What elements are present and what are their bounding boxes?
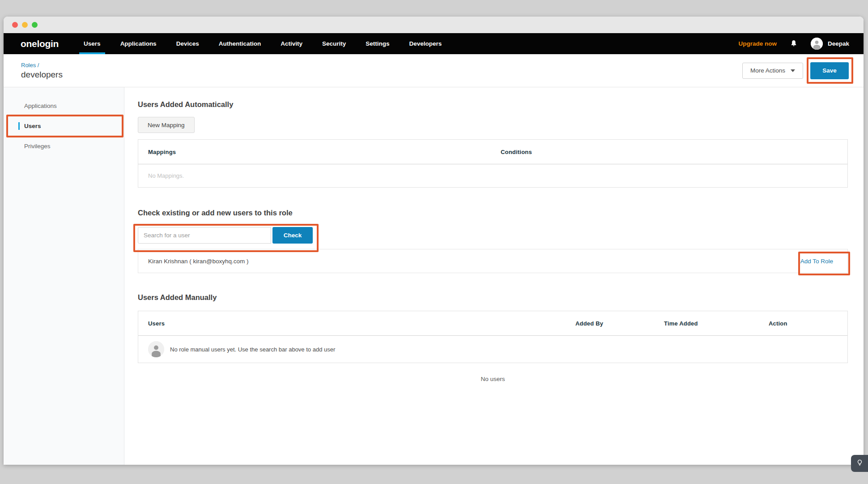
main-panel: Users Added Automatically New Mapping Ma… <box>124 87 864 465</box>
account-menu[interactable]: Deepak <box>811 38 849 50</box>
sidebar-item-users[interactable]: Users <box>4 116 124 136</box>
section-title-users-added-manually: Users Added Manually <box>138 293 848 302</box>
window-titlebar <box>4 17 864 33</box>
new-mapping-button[interactable]: New Mapping <box>138 117 195 133</box>
user-avatar-icon <box>811 38 823 50</box>
column-header-added-by: Added By <box>575 320 664 327</box>
column-header-users: Users <box>138 320 575 327</box>
breadcrumb-roles-link[interactable]: Roles / <box>21 62 63 69</box>
zoom-window-icon[interactable] <box>32 22 38 28</box>
user-search-result-row: Kiran Krishnan ( kiran@boxyhq.com ) Add … <box>138 249 848 273</box>
column-header-conditions: Conditions <box>501 149 847 155</box>
nav-tab-security[interactable]: Security <box>318 33 350 54</box>
column-header-time-added: Time Added <box>664 320 769 327</box>
sidebar-item-privileges[interactable]: Privileges <box>4 136 124 156</box>
lightbulb-icon <box>855 458 864 469</box>
nav-tab-users[interactable]: Users <box>79 33 105 54</box>
nav-tab-settings[interactable]: Settings <box>361 33 394 54</box>
account-name: Deepak <box>828 40 849 47</box>
column-header-action: Action <box>769 320 847 327</box>
column-header-mappings: Mappings <box>138 149 501 155</box>
chevron-down-icon <box>791 69 795 72</box>
nav-tab-applications[interactable]: Applications <box>116 33 161 54</box>
role-sidebar: Applications Users Privileges <box>4 87 124 465</box>
nav-tab-developers[interactable]: Developers <box>405 33 447 54</box>
onelogin-logo: onelogin <box>21 33 59 54</box>
nav-tab-devices[interactable]: Devices <box>172 33 204 54</box>
user-search-input[interactable] <box>138 227 271 244</box>
close-window-icon[interactable] <box>12 22 18 28</box>
upgrade-now-link[interactable]: Upgrade now <box>738 40 777 47</box>
page-title: developers <box>21 70 63 80</box>
manual-users-empty-row: No role manual users yet. Use the search… <box>138 336 847 363</box>
help-lightbulb-button[interactable] <box>851 455 868 472</box>
mappings-empty-row: No Mappings. <box>138 164 847 187</box>
notifications-bell-icon[interactable] <box>789 39 798 48</box>
top-navbar: onelogin Users Applications Devices Auth… <box>4 33 864 54</box>
minimize-window-icon[interactable] <box>22 22 28 28</box>
section-title-check-users: Check existing or add new users to this … <box>138 209 848 217</box>
nav-tab-activity[interactable]: Activity <box>276 33 307 54</box>
nav-menu: Users Applications Devices Authenticatio… <box>79 33 457 54</box>
no-users-label: No users <box>138 376 848 382</box>
result-user-label: Kiran Krishnan ( kiran@boxyhq.com ) <box>148 258 249 265</box>
manual-users-table: Users Added By Time Added Action No role… <box>138 311 848 363</box>
nav-tab-authentication[interactable]: Authentication <box>214 33 266 54</box>
sidebar-item-applications[interactable]: Applications <box>4 96 124 116</box>
section-title-users-added-automatically: Users Added Automatically <box>138 100 848 109</box>
mappings-table: Mappings Conditions No Mappings. <box>138 139 848 188</box>
page-header: Roles / developers More Actions Save <box>4 54 864 87</box>
active-indicator-bar <box>18 122 20 130</box>
placeholder-avatar-icon <box>148 341 164 357</box>
add-to-role-link[interactable]: Add To Role <box>800 258 833 265</box>
save-button[interactable]: Save <box>810 62 849 79</box>
app-window: onelogin Users Applications Devices Auth… <box>4 17 864 465</box>
more-actions-button[interactable]: More Actions <box>742 63 803 79</box>
check-button[interactable]: Check <box>272 227 313 244</box>
